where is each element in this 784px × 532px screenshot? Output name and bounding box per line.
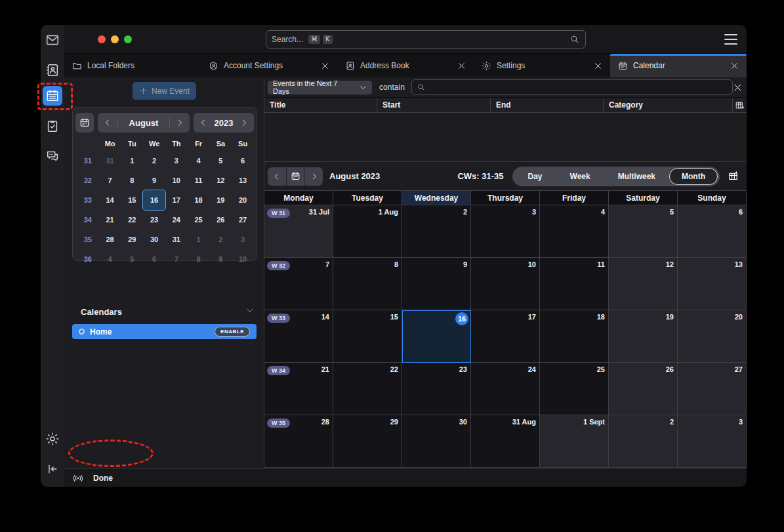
mini-calendar-day[interactable]: 16: [143, 190, 165, 210]
new-event-button[interactable]: New Event: [133, 82, 196, 100]
month-cell[interactable]: 29: [333, 415, 402, 468]
close-tab-icon[interactable]: [457, 62, 466, 70]
mini-calendar-day[interactable]: 31: [165, 230, 188, 249]
mini-calendar-day[interactable]: 15: [121, 190, 144, 210]
month-cell[interactable]: 10: [471, 258, 540, 310]
mini-calendar-day[interactable]: 23: [143, 210, 165, 230]
mini-calendar-day[interactable]: 19: [210, 190, 232, 210]
mini-calendar-day[interactable]: 4: [99, 249, 121, 269]
month-cell[interactable]: W 3314: [264, 310, 333, 363]
calendar-list-item-home[interactable]: Home ENABLE: [72, 324, 257, 339]
month-cell[interactable]: 9: [402, 258, 471, 310]
settings-space-button[interactable]: [44, 430, 61, 447]
next-year-button[interactable]: [234, 113, 254, 133]
month-cell[interactable]: 2: [609, 415, 678, 468]
enable-badge[interactable]: ENABLE: [215, 327, 250, 337]
mini-calendar-day[interactable]: 22: [121, 210, 144, 230]
mini-calendar-day[interactable]: 9: [143, 171, 165, 190]
close-tab-icon[interactable]: [594, 62, 602, 70]
column-header-category[interactable]: Category: [604, 98, 733, 112]
address-book-space-button[interactable]: [44, 62, 61, 79]
mini-calendar-day[interactable]: 5: [210, 151, 232, 171]
mini-calendar-day[interactable]: 5: [121, 249, 144, 269]
column-header-title[interactable]: Title: [264, 98, 377, 112]
mini-calendar-day[interactable]: 4: [188, 151, 210, 171]
month-cell[interactable]: W 327: [264, 258, 333, 310]
mini-calendar-day[interactable]: 1: [121, 151, 144, 171]
month-cell[interactable]: W 3131 Jul: [264, 205, 333, 258]
month-cell[interactable]: 6: [678, 205, 747, 258]
mini-calendar-day[interactable]: 10: [232, 249, 254, 269]
mail-space-button[interactable]: [44, 31, 61, 49]
tab-local-folders[interactable]: Local Folders: [64, 54, 201, 77]
view-multiweek-button[interactable]: Multiweek: [604, 172, 669, 181]
mini-calendar-day[interactable]: 9: [210, 249, 232, 269]
month-cell[interactable]: 25: [540, 363, 609, 415]
mini-calendar-day[interactable]: 7: [99, 171, 121, 190]
collapse-sidebar-button[interactable]: [44, 460, 61, 478]
chat-space-button[interactable]: [44, 148, 61, 165]
mini-calendar-day[interactable]: 28: [99, 230, 121, 249]
view-month-button[interactable]: Month: [669, 168, 718, 185]
global-search-input[interactable]: Search... ⌘ K: [266, 30, 586, 49]
prev-month-button[interactable]: [98, 113, 117, 133]
mini-calendar-day[interactable]: 6: [232, 151, 254, 171]
view-week-button[interactable]: Week: [556, 172, 604, 181]
month-cell[interactable]: 16: [402, 310, 471, 363]
mini-calendar-day[interactable]: 2: [210, 230, 232, 249]
mini-calendar-day[interactable]: 30: [143, 230, 165, 249]
mini-calendar-day[interactable]: 10: [165, 171, 188, 190]
month-cell[interactable]: 3: [678, 415, 747, 468]
month-cell[interactable]: 20: [678, 310, 747, 363]
column-picker-button[interactable]: [733, 98, 747, 112]
month-cell[interactable]: 27: [678, 363, 747, 415]
mini-calendar-day[interactable]: 3: [165, 151, 188, 171]
close-window-button[interactable]: [98, 35, 106, 43]
event-filter-dropdown[interactable]: Events in the Next 7 Days: [268, 81, 372, 94]
month-cell[interactable]: 18: [540, 310, 609, 363]
prev-year-button[interactable]: [194, 113, 213, 133]
chevron-down-icon[interactable]: [245, 306, 255, 315]
column-header-end[interactable]: End: [491, 98, 604, 112]
mini-calendar-day[interactable]: 1: [188, 230, 210, 249]
month-cell[interactable]: 1 Sept: [540, 415, 609, 468]
month-cell[interactable]: 13: [678, 258, 747, 310]
close-tab-icon[interactable]: [730, 62, 739, 70]
zoom-window-button[interactable]: [124, 35, 132, 43]
close-tab-icon[interactable]: [321, 62, 329, 70]
mini-calendar-day[interactable]: 8: [188, 249, 210, 269]
mini-calendar-day[interactable]: 12: [210, 171, 232, 190]
next-month-button[interactable]: [170, 113, 190, 133]
month-cell[interactable]: 11: [540, 258, 609, 310]
close-filter-icon[interactable]: [733, 83, 743, 92]
mini-calendar-day[interactable]: 25: [188, 210, 210, 230]
app-menu-button[interactable]: [724, 34, 737, 45]
mini-calendar-day[interactable]: 20: [232, 190, 254, 210]
events-list-empty[interactable]: [264, 113, 747, 162]
month-cell[interactable]: W 3528: [264, 415, 333, 468]
event-search-input[interactable]: [430, 83, 728, 92]
mini-calendar-day[interactable]: 2: [143, 151, 165, 171]
month-cell[interactable]: 24: [471, 363, 540, 415]
tab-calendar[interactable]: Calendar: [610, 54, 747, 77]
tab-account-settings[interactable]: Account Settings: [201, 54, 337, 77]
mini-calendar-day[interactable]: 8: [121, 171, 144, 190]
month-cell[interactable]: 22: [333, 363, 402, 415]
mini-calendar-day[interactable]: 7: [165, 249, 188, 269]
tab-address-book[interactable]: Address Book: [337, 54, 474, 77]
month-cell[interactable]: 8: [333, 258, 402, 310]
mini-calendar-day[interactable]: 29: [121, 230, 144, 249]
month-cell[interactable]: 19: [609, 310, 678, 363]
mini-calendar-day[interactable]: 17: [165, 190, 188, 210]
month-cell[interactable]: 23: [402, 363, 471, 415]
previous-period-button[interactable]: [268, 167, 286, 186]
month-cell[interactable]: 5: [609, 205, 678, 258]
month-cell[interactable]: 17: [471, 310, 540, 363]
mini-calendar-day[interactable]: 31: [99, 151, 121, 171]
mini-calendar-day[interactable]: 3: [232, 230, 254, 249]
minimize-window-button[interactable]: [111, 35, 119, 43]
next-period-button[interactable]: [304, 167, 323, 186]
month-cell[interactable]: W 3421: [264, 363, 333, 415]
column-header-start[interactable]: Start: [377, 98, 491, 112]
rotate-view-button[interactable]: [728, 171, 739, 182]
